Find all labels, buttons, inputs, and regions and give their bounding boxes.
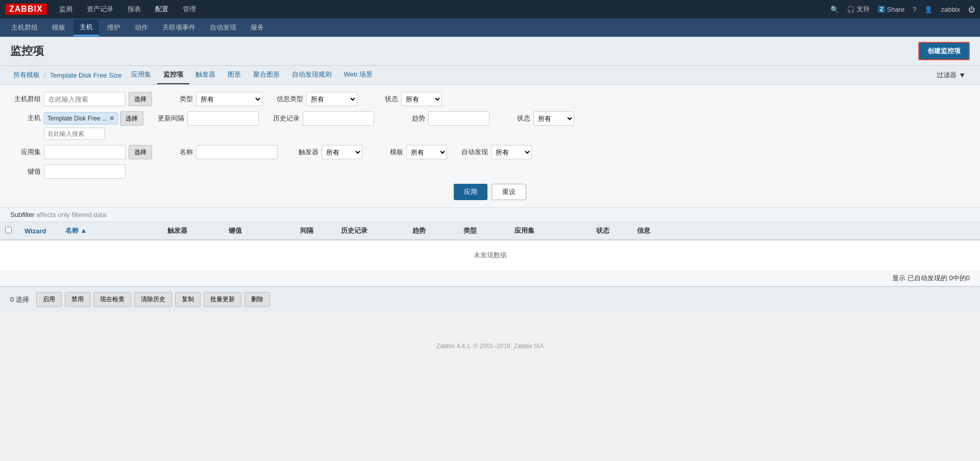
tab-discovery-rules[interactable]: 自动发现规则 [286,66,338,84]
host-tag-remove[interactable]: ✕ [109,115,114,122]
logo[interactable]: ZABBIX [5,4,47,15]
delete-button[interactable]: 删除 [244,292,270,307]
appset-input[interactable] [44,145,126,159]
type-select[interactable]: 所有 [196,92,262,106]
nav-admin[interactable]: 管理 [181,5,198,14]
hostgroup-label: 主机群组 [10,94,41,104]
no-data-message: 未发现数据 [0,240,980,271]
filter-row-2: 主机 Template Disk Free ... ✕ 选择 更新间隔 历史记录 [10,111,970,140]
sidebar-item-actions[interactable]: 动作 [129,20,154,35]
nav-assets[interactable]: 资产记录 [85,5,115,14]
sidebar-item-autodiscovery[interactable]: 自动发现 [204,20,242,35]
subfilter-bar: Subfilter affects only filtered data [0,208,980,222]
reset-button[interactable]: 重设 [492,184,526,200]
nav-config[interactable]: 配置 [153,5,170,14]
disable-button[interactable]: 禁用 [65,292,90,307]
filter-actions: 应用 重设 [10,184,970,200]
tab-graphs[interactable]: 图形 [222,66,247,84]
status1-select[interactable]: 所有 [401,92,442,106]
status1-label: 状态 [368,94,398,104]
tab-items[interactable]: 监控项 [157,66,189,84]
autodiscovery-select[interactable]: 所有 [491,145,532,159]
name-label: 名称 [162,148,193,157]
power-icon[interactable]: ⏻ [968,6,975,13]
select-all-checkbox-cell [5,227,20,235]
trigger-select[interactable]: 所有 [322,145,362,159]
template-select[interactable]: 所有 [406,145,447,159]
page-header: 监控项 创建监控项 [0,37,980,66]
host-select-button[interactable]: 选择 [120,111,143,126]
sidebar-item-templates[interactable]: 模板 [46,20,71,35]
name-input[interactable] [196,145,278,159]
filter-row-1: 主机群组 选择 类型 所有 信息类型 所有 状态 所有 [10,92,970,106]
user-icon[interactable]: 👤 [924,6,933,13]
check-now-button[interactable]: 现在检查 [93,292,131,307]
tab-web-scenarios[interactable]: Web 场景 [338,66,379,84]
filter-group-hostgroup: 主机群组 选择 [10,92,152,106]
appset-select-button[interactable]: 选择 [129,145,152,159]
col-header-key: 键值 [225,222,296,239]
secondary-navbar: 主机群组 模板 主机 维护 动作 关联项事件 自动发现 服务 [0,18,980,37]
filter-toggle-button[interactable]: 过滤器 ▼ [933,68,970,82]
tab-appset[interactable]: 应用集 [125,66,157,84]
trend-label: 趋势 [395,114,425,123]
select-all-checkbox[interactable] [5,227,12,233]
subfilter-text: Subfilter [10,211,35,219]
tab-screens[interactable]: 聚合图形 [247,66,286,84]
nav-monitor[interactable]: 监测 [57,5,75,14]
filter-group-trigger: 触发器 所有 [288,145,362,159]
share-link[interactable]: ZShare [878,6,904,13]
filter-group-key: 键值 [10,164,126,179]
update-interval-input[interactable] [187,111,259,126]
clear-history-button[interactable]: 清除历史 [134,292,172,307]
filter-group-template: 模板 所有 [373,145,447,159]
filter-icon: ▼ [959,71,966,79]
footer: Zabbix 4.4.1. © 2001–2019, Zabbix SIA [0,332,980,360]
key-input[interactable] [44,164,126,179]
status2-select[interactable]: 所有 [533,111,574,126]
filter-group-status2: 状态 所有 [500,111,574,126]
filter-group-autodiscovery: 自动发现 所有 [457,145,532,159]
breadcrumb-template-name[interactable]: Template Disk Free Size [47,67,125,83]
trigger-label: 触发器 [288,148,318,157]
key-label: 键值 [10,167,41,176]
support-link[interactable]: 🎧支持 [847,5,870,14]
breadcrumb-all-templates[interactable]: 所有模板 [10,66,43,84]
col-header-appset: 应用集 [510,222,592,239]
breadcrumb: 所有模板 / Template Disk Free Size 应用集 监控项 触… [10,66,379,84]
footer-text: Zabbix 4.4.1. © 2001–2019, Zabbix SIA [436,343,544,350]
filter-group-type: 类型 所有 [162,92,262,106]
history-input[interactable] [303,111,374,126]
autodiscovery-label: 自动发现 [457,148,488,157]
hostgroup-input[interactable] [44,92,126,106]
filter-group-name: 名称 [162,145,278,159]
enable-button[interactable]: 启用 [36,292,62,307]
mass-update-button[interactable]: 批量更新 [204,292,241,307]
apply-button[interactable]: 应用 [454,184,487,200]
sidebar-item-services[interactable]: 服务 [244,20,270,35]
tab-triggers[interactable]: 触发器 [189,66,222,84]
selected-count: 0 选择 [10,295,29,304]
copy-button[interactable]: 复制 [175,292,201,307]
help-icon[interactable]: ? [913,6,916,13]
hostgroup-select-button[interactable]: 选择 [129,92,152,106]
nav-reports[interactable]: 报表 [126,5,143,14]
sidebar-item-correlations[interactable]: 关联项事件 [156,20,202,35]
col-header-name[interactable]: 名称 ▲ [61,222,163,239]
search-icon[interactable]: 🔍 [830,6,839,13]
host-search-input[interactable] [44,128,105,140]
sidebar-item-maintenance[interactable]: 维护 [101,20,127,35]
sidebar-item-hostgroups[interactable]: 主机群组 [5,20,44,35]
create-item-button[interactable]: 创建监控项 [918,42,970,60]
filter-row-3: 应用集 选择 名称 触发器 所有 模板 所有 自动发现 所有 [10,145,970,159]
trend-input[interactable] [428,111,489,126]
top-nav-right: 🔍 🎧支持 ZShare ? 👤 zabbix ⏻ [830,5,975,14]
share-icon: Z [878,6,886,13]
bottom-actions-bar: 0 选择 启用 禁用 现在检查 清除历史 复制 批量更新 删除 [0,286,980,312]
col-header-interval: 间隔 [296,222,337,239]
col-header-wizard: Wizard [20,223,61,239]
top-navbar: ZABBIX 监测 资产记录 报表 配置 管理 🔍 🎧支持 ZShare ? 👤… [0,0,980,18]
sidebar-item-hosts[interactable]: 主机 [74,19,99,36]
update-interval-label: 更新间隔 [154,114,184,123]
infotype-select[interactable]: 所有 [306,92,357,106]
